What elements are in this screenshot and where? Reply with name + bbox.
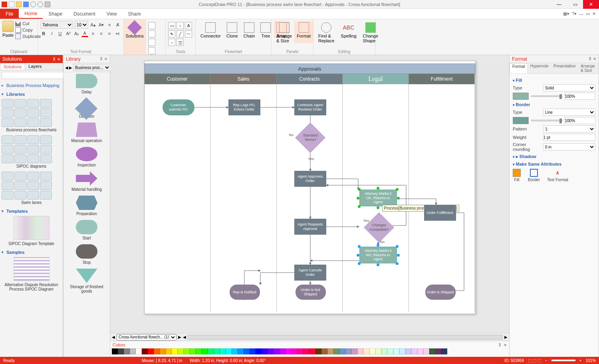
lib-item-stop[interactable]: Stop (65, 244, 108, 265)
tab-view[interactable]: View (101, 9, 123, 19)
doc-restore-icon[interactable]: ▭ (586, 11, 590, 16)
library-body[interactable]: Delay Decision Manual operation Inspecti… (63, 72, 110, 357)
line-tool[interactable]: ╱ (177, 30, 184, 38)
color-swatch[interactable] (202, 348, 208, 354)
color-swatch[interactable] (381, 348, 387, 354)
solutions-tab[interactable]: Solutions (0, 63, 25, 70)
node-rep-logs[interactable]: Rep Logs PO, Enters Order (228, 99, 260, 115)
page-next-icon[interactable]: ▶ (178, 335, 181, 339)
lib-item-inspection[interactable]: Inspection (65, 147, 108, 167)
qat-icon[interactable] (2, 2, 7, 7)
chain-button[interactable]: Chain (241, 21, 258, 38)
qat-save-icon[interactable] (23, 2, 29, 7)
color-swatch[interactable] (405, 348, 411, 354)
ribbon-opts-icon[interactable]: ▦▾ (563, 11, 569, 16)
color-swatch[interactable] (357, 348, 363, 354)
fp-tab-hypernote[interactable]: Hypernote (528, 63, 551, 73)
node-agent-requests[interactable]: Agent Requests Approval (294, 219, 326, 235)
curve-tool[interactable]: 〰 (185, 30, 192, 38)
corner-rounding-select[interactable]: 0 in (543, 143, 595, 150)
color-swatch[interactable] (345, 348, 351, 354)
solutions-search-input[interactable] (2, 72, 70, 79)
color-swatch[interactable] (256, 348, 262, 354)
color-swatch[interactable] (363, 348, 369, 354)
lib-prev-icon[interactable]: ◀ (65, 65, 68, 70)
zoom-tool[interactable] (148, 47, 155, 54)
color-swatch[interactable] (327, 348, 333, 354)
zoom-in-button[interactable]: + (579, 358, 582, 363)
lasso-tool[interactable] (148, 30, 155, 38)
border-pattern-select[interactable]: 1: (543, 125, 595, 133)
maximize-button[interactable]: ▭ (567, 0, 583, 9)
minimize-button[interactable]: — (551, 0, 567, 9)
color-swatch[interactable] (292, 348, 298, 354)
color-swatch[interactable] (435, 348, 441, 354)
qat-redo-icon[interactable] (38, 2, 43, 7)
color-swatch[interactable] (130, 348, 136, 354)
color-swatch[interactable] (303, 348, 309, 354)
color-swatch[interactable] (268, 348, 274, 354)
color-swatch[interactable] (250, 348, 256, 354)
color-swatch[interactable] (417, 348, 423, 354)
lane-legal[interactable]: Legal (343, 74, 409, 84)
tab-document[interactable]: Document (68, 9, 101, 19)
canvas-scroll[interactable]: Approvals Customer Sales Contracts Legal… (110, 55, 509, 333)
scroll-left-icon[interactable]: ◀ (183, 335, 186, 339)
format-button[interactable]: Format (294, 21, 313, 43)
lib-item-material[interactable]: Material handling (65, 171, 108, 192)
ellipse-tool[interactable]: ○ (177, 22, 184, 29)
same-text-button[interactable]: AText Format (547, 169, 568, 182)
color-swatch[interactable] (226, 348, 232, 354)
pin-icon[interactable]: ⊼ (589, 57, 591, 61)
color-swatch[interactable] (274, 348, 280, 354)
library-dropdown[interactable]: Business proc... (73, 64, 111, 71)
color-swatch[interactable] (124, 348, 130, 354)
doc-min-icon[interactable]: — (579, 12, 583, 16)
eraser-tool[interactable]: ◫ (177, 39, 184, 46)
close-icon[interactable]: ✕ (504, 343, 507, 347)
lane-fulfillment[interactable]: Fulfillment (409, 74, 475, 84)
tree-root[interactable]: Business Process Mapping (2, 82, 61, 89)
fill-opacity-input[interactable] (565, 93, 596, 100)
tree-libraries[interactable]: Libraries (2, 91, 61, 97)
tab-home[interactable]: Home (19, 9, 43, 19)
close-icon[interactable]: ✕ (104, 57, 107, 61)
pin-icon[interactable]: ⊼ (498, 343, 501, 347)
sample-thumb[interactable] (14, 257, 50, 281)
template-thumb[interactable] (14, 216, 50, 240)
color-swatch[interactable] (178, 348, 184, 354)
color-swatch[interactable] (238, 348, 244, 354)
font-family-select[interactable]: Tahoma (40, 21, 73, 29)
color-swatch[interactable] (148, 348, 154, 354)
pen-tool[interactable]: ✎ (168, 30, 175, 38)
zoom-slider[interactable] (551, 360, 575, 361)
fill-type-select[interactable]: Solid (543, 84, 595, 91)
color-swatch[interactable] (280, 348, 286, 354)
solutions-button[interactable]: Solutions (126, 21, 143, 38)
color-swatch[interactable] (286, 348, 292, 354)
color-swatch[interactable] (429, 348, 435, 354)
qat-new-icon[interactable] (9, 2, 14, 7)
qat-undo-icon[interactable] (30, 2, 36, 7)
fill-color-picker[interactable] (513, 93, 529, 100)
lib-item-preparation[interactable]: Preparation (65, 196, 108, 216)
color-swatch[interactable] (298, 348, 303, 354)
node-order-fulfillment[interactable]: Order Fulfillment (424, 205, 456, 221)
spelling-button[interactable]: ABCSpelling (338, 21, 359, 43)
color-swatch[interactable] (369, 348, 375, 354)
color-swatch[interactable] (118, 348, 124, 354)
help-icon[interactable]: ?▾ (572, 11, 577, 16)
color-swatch[interactable] (220, 348, 226, 354)
lib-caption-2[interactable]: SIPOC diagrams (2, 164, 61, 168)
pin-icon[interactable]: ⊼ (53, 57, 56, 61)
color-swatch[interactable] (136, 348, 142, 354)
node-rep-notified[interactable]: Rep is Notified (230, 285, 260, 300)
color-swatch[interactable] (315, 348, 321, 354)
font-color-button[interactable]: A (81, 30, 88, 37)
font-shrink-button[interactable]: A▾ (98, 21, 105, 28)
lib-item-delay[interactable]: Delay (65, 74, 108, 94)
duplicate-button[interactable]: Duplicate (15, 34, 41, 39)
bullets-button[interactable]: •≡ (114, 30, 121, 37)
border-color-picker[interactable] (513, 117, 529, 124)
section-fill[interactable]: Fill (513, 78, 595, 83)
